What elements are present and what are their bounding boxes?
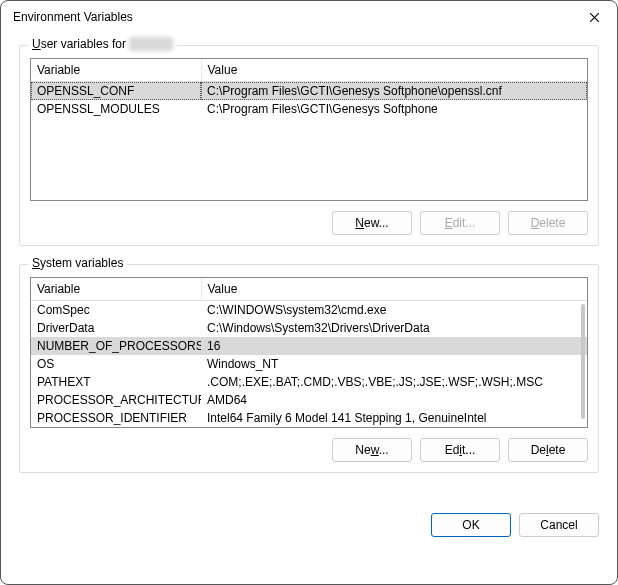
user-new-button[interactable]: New... <box>332 211 412 235</box>
system-variables-table[interactable]: Variable Value ComSpec C:\WINDOWS\system… <box>30 277 588 428</box>
dialog-content: User variables for user Variable Value O… <box>1 33 617 509</box>
table-row[interactable]: OPENSSL_MODULES C:\Program Files\GCTI\Ge… <box>31 100 587 118</box>
user-group-label: User variables for user <box>28 37 177 51</box>
table-row[interactable]: ComSpec C:\WINDOWS\system32\cmd.exe <box>31 301 587 320</box>
system-delete-button[interactable]: Delete <box>508 438 588 462</box>
titlebar: Environment Variables <box>1 1 617 33</box>
system-button-row: New... Edit... Delete <box>30 438 588 462</box>
column-header-variable[interactable]: Variable <box>31 278 201 301</box>
dialog-button-row: OK Cancel <box>1 513 617 537</box>
user-button-row: New... Edit... Delete <box>30 211 588 235</box>
table-row[interactable]: NUMBER_OF_PROCESSORS 16 <box>31 337 587 355</box>
user-edit-button[interactable]: Edit... <box>420 211 500 235</box>
table-row[interactable]: DriverData C:\Windows\System32\Drivers\D… <box>31 319 587 337</box>
system-variables-group: System variables Variable Value ComSpec … <box>19 264 599 473</box>
window-title: Environment Variables <box>13 10 133 24</box>
user-delete-button[interactable]: Delete <box>508 211 588 235</box>
ok-button[interactable]: OK <box>431 513 511 537</box>
column-header-variable[interactable]: Variable <box>31 59 201 82</box>
table-row[interactable]: PROCESSOR_ARCHITECTURE AMD64 <box>31 391 587 409</box>
system-new-button[interactable]: New... <box>332 438 412 462</box>
column-header-value[interactable]: Value <box>201 278 587 301</box>
table-row[interactable]: OPENSSL_CONF C:\Program Files\GCTI\Genes… <box>31 82 587 101</box>
scrollbar[interactable] <box>581 304 585 419</box>
column-header-value[interactable]: Value <box>201 59 587 82</box>
close-icon <box>589 12 600 23</box>
table-row[interactable]: OS Windows_NT <box>31 355 587 373</box>
user-variables-group: User variables for user Variable Value O… <box>19 45 599 246</box>
table-row[interactable]: PATHEXT .COM;.EXE;.BAT;.CMD;.VBS;.VBE;.J… <box>31 373 587 391</box>
username-redacted: user <box>129 37 172 51</box>
table-row[interactable]: PROCESSOR_IDENTIFIER Intel64 Family 6 Mo… <box>31 409 587 427</box>
close-button[interactable] <box>571 1 617 33</box>
system-edit-button[interactable]: Edit... <box>420 438 500 462</box>
system-group-label: System variables <box>28 256 127 270</box>
table-header-row[interactable]: Variable Value <box>31 278 587 301</box>
table-header-row[interactable]: Variable Value <box>31 59 587 82</box>
user-variables-table[interactable]: Variable Value OPENSSL_CONF C:\Program F… <box>30 58 588 201</box>
cancel-button[interactable]: Cancel <box>519 513 599 537</box>
